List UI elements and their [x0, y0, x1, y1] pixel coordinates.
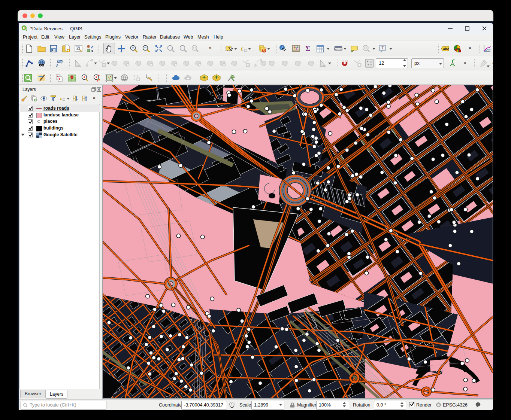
svg-text:X,Y: X,Y — [133, 74, 139, 78]
svg-text:T: T — [381, 45, 384, 51]
svg-text:abc: abc — [443, 47, 449, 51]
svg-text:ε: ε — [60, 95, 62, 101]
svg-text:Σ: Σ — [305, 45, 310, 53]
svg-text:1:1: 1:1 — [193, 47, 197, 49]
svg-text:a: a — [91, 48, 93, 53]
svg-text:ε: ε — [241, 45, 244, 52]
